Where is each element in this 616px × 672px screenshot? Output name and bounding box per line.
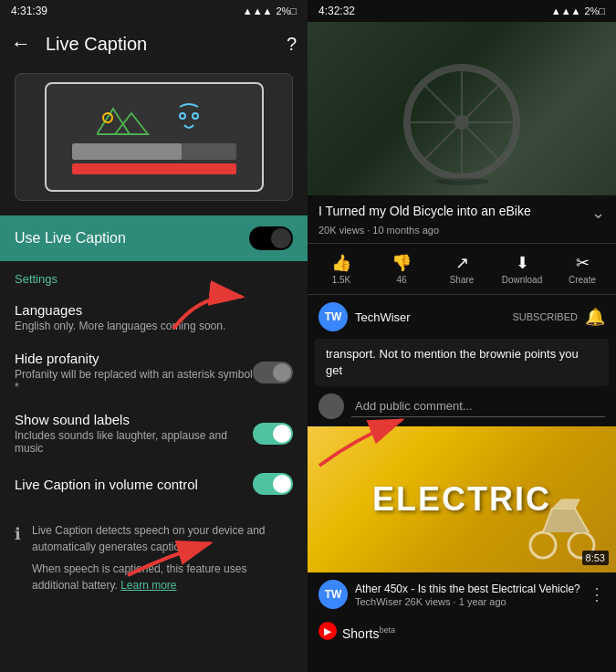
like-count: 1.5K (332, 275, 351, 285)
comment-input[interactable]: Add public comment... (351, 395, 605, 417)
video-title-row: I Turned my Old Bicycle into an eBike ⌄ (318, 203, 605, 223)
page-title: Live Caption (46, 34, 287, 55)
show-sounds-knob (273, 425, 291, 443)
footer-paragraph-1: Live Caption detects speech on your devi… (32, 522, 293, 555)
comment-row: Add public comment... (308, 386, 616, 426)
caption-bar (72, 143, 236, 160)
top-bar: ← Live Caption ? (0, 22, 308, 66)
volume-control-setting: Live Caption in volume control (15, 464, 293, 504)
hide-profanity-title: Hide profanity (15, 351, 253, 366)
create-icon: ✂ (576, 253, 590, 273)
download-button[interactable]: ⬇ Download (492, 249, 552, 289)
languages-desc: English only. More languages coming soon… (15, 320, 225, 332)
status-time-right: 4:32:32 (318, 5, 355, 17)
video2-title: Ather 450x - Is this the best Electrical… (355, 583, 581, 597)
battery-icon-right: 2%□ (584, 5, 605, 16)
shorts-logo: ▶ (318, 622, 337, 640)
hide-profanity-desc: Profanity will be replaced with an aster… (15, 368, 253, 394)
comment-user-avatar (318, 394, 344, 419)
notification-bell-icon[interactable]: 🔔 (585, 307, 605, 327)
left-panel: 4:31:39 ▲▲▲ 2%□ ← Live Caption ? (0, 0, 308, 672)
settings-section: Settings Languages English only. More la… (0, 261, 308, 504)
shorts-logo-text: ▶ (324, 626, 331, 636)
video-info: I Turned my Old Bicycle into an eBike ⌄ … (308, 195, 616, 244)
action-buttons: 👍 1.5K 👎 46 ↗ Share ⬇ Download ✂ Create (308, 244, 616, 295)
dislike-count: 46 (396, 275, 406, 285)
show-sounds-setting: Show sound labels Includes sounds like l… (15, 403, 293, 464)
languages-title: Languages (15, 302, 225, 318)
volume-control-row: Live Caption in volume control (15, 473, 293, 495)
wifi-icon: ▲▲▲ (243, 5, 273, 16)
info-icon: ℹ (15, 524, 21, 544)
share-button[interactable]: ↗ Share (432, 249, 492, 289)
show-sounds-toggle[interactable] (253, 423, 293, 445)
settings-title: Settings (15, 272, 293, 286)
video-meta: 20K views · 10 months ago (318, 225, 605, 236)
chevron-down-icon[interactable]: ⌄ (591, 203, 605, 223)
show-sounds-title: Show sound labels (15, 412, 245, 427)
thumbs-down-icon: 👎 (392, 253, 412, 273)
languages-content: Languages English only. More languages c… (15, 302, 225, 332)
volume-control-knob (273, 475, 291, 493)
dislike-button[interactable]: 👎 46 (371, 249, 432, 289)
svg-point-4 (193, 113, 198, 119)
video-views: 20K views (318, 225, 364, 236)
caption-bar-inner (72, 143, 182, 160)
languages-setting[interactable]: Languages English only. More languages c… (15, 293, 293, 341)
svg-marker-1 (115, 113, 148, 134)
thumbs-up-icon: 👍 (331, 253, 351, 273)
illustration-area (15, 73, 293, 201)
back-button[interactable]: ← (11, 32, 31, 56)
video2-thumbnail[interactable]: ELECTRIC 8:53 (308, 426, 616, 572)
share-icon: ↗ (455, 253, 469, 273)
red-bar (72, 163, 236, 174)
more-options-icon[interactable]: ⋮ (589, 584, 605, 604)
shorts-text-content: Shorts (342, 625, 379, 640)
hide-profanity-content: Hide profanity Profanity will be replace… (15, 351, 253, 394)
use-live-caption-toggle[interactable] (249, 226, 293, 250)
video2-channel-initials: TW (325, 588, 342, 601)
like-button[interactable]: 👍 1.5K (311, 249, 371, 289)
face-icon (166, 100, 212, 136)
download-label: Download (502, 275, 542, 285)
hide-profanity-row: Hide profanity Profanity will be replace… (15, 351, 293, 394)
caption-overlay: transport. Not to mention the brownie po… (315, 339, 609, 386)
video-thumbnail-top[interactable] (308, 22, 616, 195)
shorts-row[interactable]: ▶ Shortsbeta (308, 616, 616, 646)
mountains-icon (97, 100, 151, 136)
video2-channel-avatar[interactable]: TW (318, 580, 348, 609)
channel-name[interactable]: TechWiser (355, 310, 505, 324)
share-label: Share (450, 275, 475, 285)
phone-mockup (45, 82, 264, 192)
shorts-label: Shortsbeta (342, 623, 395, 641)
hide-profanity-toggle[interactable] (253, 362, 293, 383)
svg-point-11 (434, 178, 489, 185)
video2-meta: TechWiser 26K views · 1 year ago (355, 596, 581, 607)
download-icon: ⬇ (516, 253, 529, 273)
create-button[interactable]: ✂ Create (552, 249, 612, 289)
video-age: 10 months ago (372, 225, 439, 236)
svg-point-12 (530, 532, 556, 558)
bicycle-svg (371, 31, 553, 186)
learn-more-link[interactable]: Learn more (120, 579, 176, 592)
show-sounds-row: Show sound labels Includes sounds like l… (15, 412, 293, 455)
use-live-caption-label: Use Live Caption (15, 230, 126, 247)
bike-image (308, 22, 616, 195)
video2-info: TW Ather 450x - Is this the best Electri… (308, 572, 616, 616)
battery-icon: 2%□ (276, 5, 297, 16)
volume-control-title: Live Caption in volume control (15, 477, 198, 492)
volume-control-toggle[interactable] (253, 473, 293, 495)
status-icons-right: ▲▲▲ 2%□ (551, 5, 605, 16)
duration-badge: 8:53 (582, 551, 609, 565)
footer-section: ℹ Live Caption detects speech on your de… (0, 511, 308, 604)
status-icons-left: ▲▲▲ 2%□ (243, 5, 297, 16)
use-live-caption-section: Use Live Caption (0, 215, 308, 261)
hide-profanity-setting: Hide profanity Profanity will be replace… (15, 341, 293, 403)
create-label: Create (569, 275, 596, 285)
svg-point-3 (180, 113, 185, 119)
channel-avatar[interactable]: TW (318, 302, 348, 331)
subscribed-badge: SUBSCRIBED (512, 311, 578, 322)
help-button[interactable]: ? (287, 34, 297, 55)
status-bar-left: 4:31:39 ▲▲▲ 2%□ (0, 0, 308, 22)
right-panel: 4:32:32 ▲▲▲ 2%□ (308, 0, 616, 672)
